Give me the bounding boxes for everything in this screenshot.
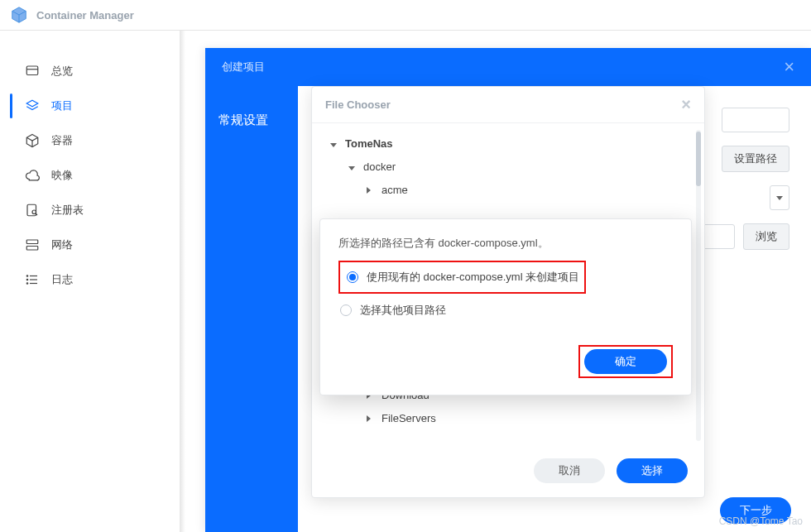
tree-node[interactable]: FileServers bbox=[325, 406, 694, 429]
caret-down-icon bbox=[330, 137, 338, 150]
chevron-down-icon bbox=[776, 196, 783, 200]
radio-label: 使用现有的 docker-compose.yml 来创建项目 bbox=[367, 270, 579, 285]
tree-node-label: FileServers bbox=[382, 412, 436, 424]
title-bar: Container Manager bbox=[0, 0, 811, 31]
layers-icon bbox=[25, 98, 40, 113]
scrollbar-thumb[interactable] bbox=[696, 132, 701, 186]
browse-button[interactable]: 浏览 bbox=[743, 223, 789, 250]
svg-point-18 bbox=[26, 279, 28, 280]
close-icon[interactable]: × bbox=[681, 95, 691, 114]
radio-label: 选择其他项目路径 bbox=[360, 303, 446, 318]
file-chooser-header: File Chooser × bbox=[312, 87, 704, 123]
caret-right-icon bbox=[367, 412, 375, 424]
sidebar-item-label: 网络 bbox=[51, 237, 73, 252]
file-chooser-title: File Chooser bbox=[325, 98, 391, 111]
dashboard-icon bbox=[25, 64, 40, 79]
cancel-button[interactable]: 取消 bbox=[534, 458, 605, 483]
sidebar-item-overview[interactable]: 总览 bbox=[0, 54, 180, 89]
tab-general[interactable]: 常规设置 bbox=[205, 106, 298, 135]
svg-rect-2 bbox=[26, 66, 38, 75]
tree-node-label: acme bbox=[382, 184, 408, 196]
shadow-divider bbox=[180, 31, 185, 532]
app-logo-icon bbox=[10, 6, 28, 24]
radio-icon bbox=[340, 304, 352, 316]
sidebar-item-label: 映像 bbox=[51, 168, 73, 183]
modal-header: 创建项目 × bbox=[205, 48, 811, 86]
sidebar-item-images[interactable]: 映像 bbox=[0, 158, 180, 193]
list-icon bbox=[25, 272, 40, 287]
sidebar-item-label: 容器 bbox=[51, 133, 73, 148]
tree-node-label: TomeNas bbox=[345, 137, 393, 150]
search-doc-icon bbox=[25, 203, 40, 218]
confirm-message: 所选择的路径已含有 docker-compose.yml。 bbox=[338, 236, 673, 251]
project-name-input[interactable] bbox=[722, 108, 789, 132]
sidebar-item-label: 注册表 bbox=[51, 203, 84, 218]
close-icon[interactable]: × bbox=[784, 56, 794, 78]
svg-point-19 bbox=[26, 283, 28, 285]
sidebar-item-label: 总览 bbox=[51, 64, 73, 79]
scrollbar[interactable] bbox=[696, 130, 701, 441]
radio-icon bbox=[347, 271, 358, 283]
radio-use-existing[interactable]: 使用现有的 docker-compose.yml 来创建项目 bbox=[345, 264, 579, 290]
ok-button[interactable]: 确定 bbox=[584, 349, 667, 374]
cloud-icon bbox=[25, 168, 40, 183]
radio-choose-other[interactable]: 选择其他项目路径 bbox=[338, 297, 673, 324]
caret-right-icon bbox=[367, 184, 375, 196]
watermark: CSDN @Tome Tao bbox=[719, 515, 803, 527]
tree-node-root[interactable]: TomeNas bbox=[325, 132, 694, 155]
tree-node[interactable]: docker bbox=[325, 155, 694, 178]
sidebar-item-label: 日志 bbox=[51, 272, 73, 287]
sidebar-item-network[interactable]: 网络 bbox=[0, 228, 180, 262]
modal-tabs: 常规设置 bbox=[205, 86, 298, 532]
svg-marker-4 bbox=[26, 100, 38, 107]
sidebar-item-projects[interactable]: 项目 bbox=[0, 89, 180, 123]
sidebar: 总览 项目 容器 映像 注册表 网络 日志 bbox=[0, 31, 180, 532]
tree-node[interactable]: acme bbox=[325, 178, 694, 201]
tree-node-label: docker bbox=[363, 161, 396, 173]
file-input[interactable] bbox=[700, 224, 735, 249]
network-icon bbox=[25, 237, 40, 252]
select-button[interactable]: 选择 bbox=[617, 458, 688, 483]
svg-point-17 bbox=[26, 276, 28, 277]
caret-down-icon bbox=[348, 161, 357, 173]
modal-title: 创建项目 bbox=[222, 60, 265, 74]
svg-rect-11 bbox=[26, 247, 38, 251]
sidebar-item-containers[interactable]: 容器 bbox=[0, 123, 180, 158]
sidebar-item-logs[interactable]: 日志 bbox=[0, 262, 180, 297]
sidebar-item-registry[interactable]: 注册表 bbox=[0, 193, 180, 228]
app-title: Container Manager bbox=[36, 9, 134, 22]
file-chooser-footer: 取消 选择 bbox=[312, 448, 704, 494]
sidebar-item-label: 项目 bbox=[51, 98, 73, 113]
set-path-button[interactable]: 设置路径 bbox=[722, 146, 789, 172]
svg-rect-10 bbox=[26, 240, 38, 244]
source-dropdown[interactable] bbox=[770, 185, 789, 210]
confirm-dialog: 所选择的路径已含有 docker-compose.yml。 使用现有的 dock… bbox=[319, 218, 692, 395]
cube-icon bbox=[25, 133, 40, 148]
